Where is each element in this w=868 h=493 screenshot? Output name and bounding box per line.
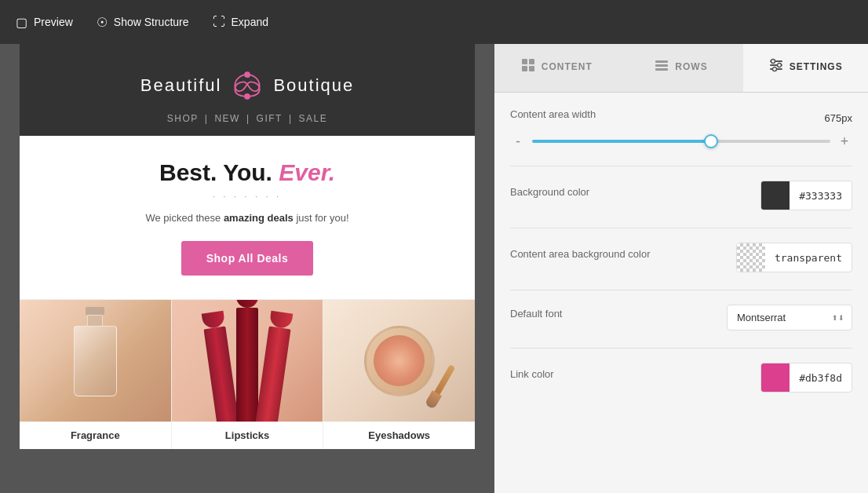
settings-tab-label: SETTINGS: [790, 61, 843, 72]
svg-rect-3: [529, 59, 534, 64]
default-font-setting: Default font Montserrat Arial Georgia He…: [510, 305, 852, 330]
link-color-setting: Link color #db3f8d: [510, 363, 852, 393]
show-structure-label: Show Structure: [114, 16, 189, 28]
svg-rect-7: [655, 64, 668, 67]
settings-panel: Content area width 675px - + Background …: [494, 93, 868, 493]
hero-text: We picked these amazing deals just for y…: [51, 212, 443, 224]
bottle-shape: [74, 326, 117, 396]
content-bg-swatch[interactable]: [737, 243, 765, 272]
link-color-swatch[interactable]: [761, 363, 790, 392]
brand-name-left: Beautiful: [140, 75, 222, 96]
default-font-label: Default font: [510, 308, 563, 320]
nav-shop: SHOP: [167, 113, 199, 124]
hero-title-highlight: Ever.: [279, 159, 335, 185]
svg-rect-5: [529, 66, 534, 71]
email-wrapper: Beautiful Boutique SHOP: [20, 44, 475, 449]
svg-point-1: [246, 94, 250, 99]
hero-dots: · · · · · · ·: [51, 192, 443, 201]
slider-minus-button[interactable]: -: [510, 134, 526, 148]
hero-title: Best. You. Ever.: [51, 159, 443, 186]
tab-rows[interactable]: ROWS: [619, 44, 744, 92]
brand-logo: Beautiful Boutique: [35, 68, 459, 104]
width-slider-row: - +: [510, 134, 852, 148]
settings-tab-icon: [769, 58, 783, 75]
svg-rect-8: [655, 68, 668, 71]
eye-icon: ☉: [97, 15, 108, 30]
brand-icon: [229, 68, 265, 104]
slider-plus-button[interactable]: +: [837, 134, 852, 148]
content-bg-color-control[interactable]: transparent: [736, 243, 852, 272]
product3-label: Eyeshadows: [323, 422, 475, 449]
svg-point-13: [777, 64, 781, 68]
nav-new: NEW: [214, 113, 240, 124]
background-color-swatch[interactable]: [761, 181, 790, 210]
list-item: Lipsticks: [172, 300, 324, 449]
hero-text-bold: amazing deals: [224, 212, 294, 224]
preview-icon: ▢: [16, 15, 27, 30]
content-width-value: 675px: [825, 112, 852, 124]
expand-button[interactable]: ⛶ Expand: [213, 15, 268, 29]
divider: [510, 348, 852, 349]
email-header: Beautiful Boutique SHOP: [20, 52, 475, 136]
hero-section: Best. You. Ever. · · · · · · · We picked…: [20, 136, 475, 299]
brand-name-right: Boutique: [273, 75, 354, 96]
link-color-control[interactable]: #db3f8d: [760, 363, 852, 393]
background-color-hex: #333333: [790, 190, 852, 202]
background-color-setting: Background color #333333: [510, 181, 852, 210]
tab-settings[interactable]: SETTINGS: [743, 44, 868, 92]
eyeshadow-image: [323, 300, 475, 422]
preview-pane: Beautiful Boutique SHOP: [0, 44, 494, 493]
svg-rect-6: [655, 60, 668, 63]
toolbar: ▢ Preview ☉ Show Structure ⛶ Expand: [0, 0, 868, 44]
svg-point-12: [771, 60, 775, 64]
content-tab-label: CONTENT: [542, 61, 593, 72]
expand-label: Expand: [232, 16, 268, 28]
list-item: Fragrance: [20, 300, 172, 449]
content-bg-value: transparent: [765, 252, 852, 264]
main-area: Beautiful Boutique SHOP: [0, 44, 868, 493]
svg-rect-2: [522, 59, 527, 64]
product1-label: Fragrance: [20, 422, 171, 449]
content-width-setting: Content area width 675px - +: [510, 108, 852, 148]
preview-button[interactable]: ▢ Preview: [16, 15, 73, 30]
svg-rect-4: [522, 66, 527, 71]
product2-label: Lipsticks: [172, 422, 323, 449]
list-item: Eyeshadows: [323, 300, 475, 449]
fragrance-image: [20, 300, 171, 422]
hero-title-text: Best. You.: [159, 159, 272, 185]
content-bg-label: Content area background color: [510, 248, 651, 260]
preview-label: Preview: [34, 16, 73, 28]
background-color-label: Background color: [510, 186, 589, 198]
width-slider[interactable]: [532, 140, 830, 143]
content-width-label: Content area width: [510, 108, 596, 120]
svg-point-14: [772, 68, 776, 71]
divider: [510, 228, 852, 228]
product-grid: Fragrance Lipsticks: [20, 299, 475, 449]
tab-bar: CONTENT ROWS: [494, 44, 868, 93]
expand-icon: ⛶: [213, 15, 225, 29]
rows-tab-icon: [655, 60, 669, 74]
slider-thumb[interactable]: [704, 134, 718, 148]
content-tab-icon: [521, 58, 535, 75]
divider: [510, 290, 852, 290]
font-select-wrapper: Montserrat Arial Georgia Helvetica: [727, 305, 852, 330]
nav-links: SHOP | NEW | GIFT | SALE: [35, 113, 459, 124]
hero-text-1: We picked these: [145, 212, 223, 224]
link-color-label: Link color: [510, 368, 554, 380]
hero-text-2: just for you!: [294, 212, 349, 224]
show-structure-button[interactable]: ☉ Show Structure: [97, 15, 189, 30]
rows-tab-label: ROWS: [675, 61, 707, 72]
right-panel: CONTENT ROWS: [494, 44, 868, 493]
background-color-control[interactable]: #333333: [760, 181, 852, 210]
cta-button[interactable]: Shop All Deals: [181, 241, 314, 276]
svg-point-0: [246, 72, 250, 77]
content-bg-color-setting: Content area background color transparen…: [510, 243, 852, 272]
link-color-hex: #db3f8d: [790, 372, 852, 384]
nav-gift: GIFT: [257, 113, 283, 124]
tab-content[interactable]: CONTENT: [494, 44, 619, 92]
lipstick-image: [172, 300, 323, 422]
font-select[interactable]: Montserrat Arial Georgia Helvetica: [727, 305, 852, 330]
divider: [510, 166, 852, 166]
nav-sale: SALE: [299, 113, 328, 124]
